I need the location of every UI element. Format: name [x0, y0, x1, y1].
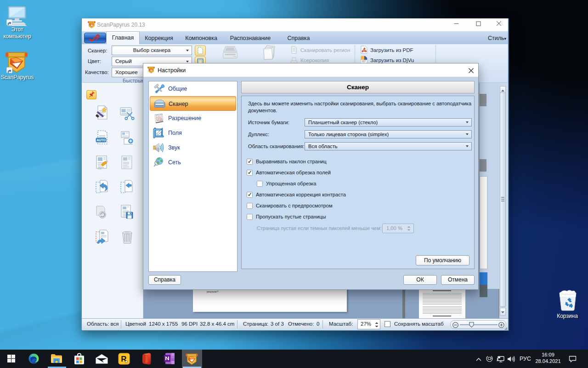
svg-text:AUTO: AUTO: [96, 138, 106, 142]
